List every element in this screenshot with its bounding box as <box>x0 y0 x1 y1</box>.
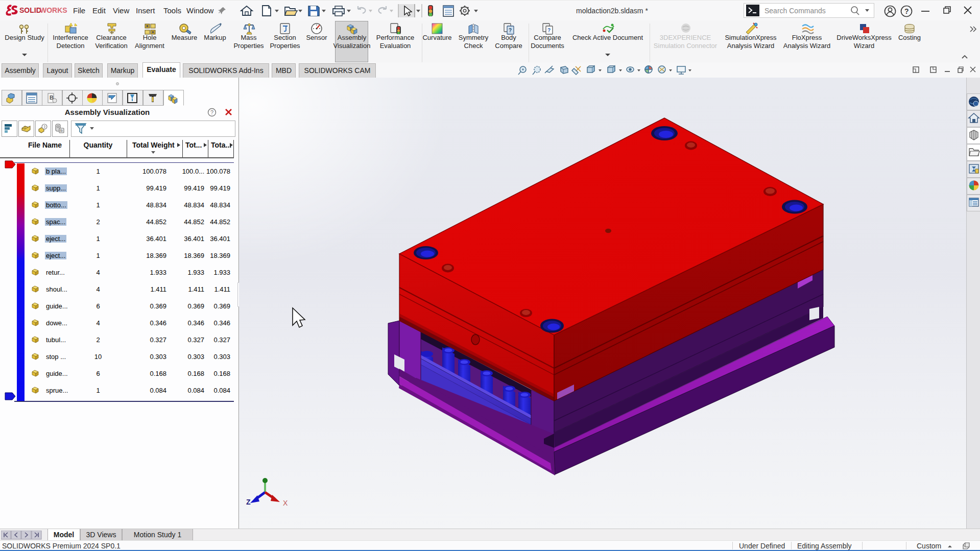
svg-text:Search Commands: Search Commands <box>764 7 826 15</box>
svg-text:X: X <box>283 499 288 507</box>
svg-text:?: ? <box>210 109 213 115</box>
svg-text:?: ? <box>547 28 551 33</box>
svg-text:Z: Z <box>246 498 251 506</box>
svg-text:?: ? <box>904 7 909 15</box>
svg-text:b: b <box>60 128 63 133</box>
svg-text:WORKS: WORKS <box>40 6 67 14</box>
svg-text:SOLID: SOLID <box>19 6 41 14</box>
svg-text:?: ? <box>509 28 512 33</box>
